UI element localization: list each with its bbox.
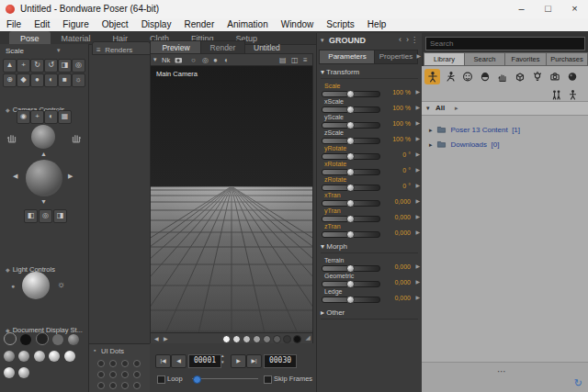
style-dot-black[interactable] xyxy=(293,335,301,343)
library-tab-search[interactable]: Search xyxy=(464,52,505,66)
page-next-icon[interactable]: ▶ xyxy=(164,335,168,342)
display-style-smooth-lined[interactable] xyxy=(64,351,75,362)
tool-move-icon[interactable]: + xyxy=(17,59,30,73)
camera-preset-dolly-icon[interactable]: ◐ xyxy=(44,110,58,124)
tool-taper-icon[interactable]: ◎ xyxy=(72,59,85,73)
dial-knob[interactable] xyxy=(346,199,355,207)
camera-preset-face-icon[interactable]: ◉ xyxy=(17,110,30,124)
head-preview-camera[interactable] xyxy=(31,125,55,149)
dial-value[interactable]: 0,000 xyxy=(394,295,411,301)
dial-menu-arrow-icon[interactable]: ▶ xyxy=(415,294,420,300)
dial-value[interactable]: 100 % xyxy=(392,105,411,111)
dial-slider[interactable] xyxy=(322,200,380,207)
timeline-scrubber-track[interactable] xyxy=(192,378,258,379)
frame-spinner-down-icon[interactable]: ▾ xyxy=(221,359,224,364)
category-poses-icon[interactable] xyxy=(442,69,458,84)
go-first-frame-button[interactable]: |◀ xyxy=(155,354,171,368)
tab-properties[interactable]: Properties xyxy=(374,50,418,64)
tool-rotate-icon[interactable]: ↻ xyxy=(30,59,44,73)
display-style-hidden-line[interactable] xyxy=(52,334,63,345)
current-frame-field[interactable]: 00001 xyxy=(188,354,221,368)
dial-knob[interactable] xyxy=(346,121,355,129)
camera-orbit-left-icon[interactable]: ◀ xyxy=(13,173,17,180)
ui-dot[interactable] xyxy=(121,382,129,389)
library-tab-purchases[interactable]: Purchases xyxy=(546,52,588,66)
panel-menu-dots-icon[interactable]: ⋮ xyxy=(411,36,418,44)
tree-expand-icon[interactable]: ▸ xyxy=(429,127,433,133)
camera-selector[interactable]: Nk xyxy=(162,56,170,64)
dial-slider[interactable] xyxy=(322,281,380,287)
menu-render[interactable]: Render xyxy=(177,18,220,31)
light-create-sun-icon[interactable]: ☼ xyxy=(57,279,65,289)
library-tab-favorites[interactable]: Favorites xyxy=(504,52,547,66)
style-dot-gray[interactable] xyxy=(253,335,261,343)
display-style-texture-shaded[interactable] xyxy=(4,367,15,378)
ui-dot[interactable] xyxy=(97,371,105,378)
dial-slider[interactable] xyxy=(322,122,380,129)
refresh-icon[interactable]: ↻ xyxy=(574,377,582,389)
menu-scripts[interactable]: Scripts xyxy=(320,18,361,31)
library-filter-row[interactable]: ▾ All ▸ xyxy=(422,101,588,116)
dial-menu-arrow-icon[interactable]: ▶ xyxy=(415,263,420,269)
menu-object[interactable]: Object xyxy=(96,18,135,31)
display-style-lit-wire[interactable] xyxy=(68,334,79,345)
display-style-silhouette[interactable] xyxy=(20,334,31,345)
main-camera-viewport[interactable]: Main Camera xyxy=(150,65,313,334)
ui-dot[interactable] xyxy=(133,382,141,389)
light-delete-icon[interactable]: ● xyxy=(11,283,15,289)
display-style-cartoon[interactable] xyxy=(34,351,45,362)
tab-overflow-icon[interactable]: ▶ xyxy=(416,52,421,59)
category-materials-icon[interactable] xyxy=(564,69,580,84)
tool-grasp-icon[interactable]: ◆ xyxy=(17,73,30,87)
scale-dropdown-caret-icon[interactable]: ▾ xyxy=(57,47,61,54)
display-style-outline[interactable] xyxy=(4,332,17,345)
style-dot-dark[interactable] xyxy=(273,335,281,343)
dial-slider[interactable] xyxy=(322,185,380,191)
dial-value[interactable]: 100 % xyxy=(392,120,411,127)
display-style-wireframe[interactable] xyxy=(36,332,49,345)
style-dot-charcoal[interactable] xyxy=(283,335,291,343)
viewport-menu-icon[interactable]: ≡ xyxy=(303,56,308,64)
dial-menu-arrow-icon[interactable]: ▶ xyxy=(415,151,420,157)
dial-value[interactable]: 0 ° xyxy=(402,183,411,189)
loop-checkbox[interactable] xyxy=(157,375,165,384)
style-dot-silver[interactable] xyxy=(243,335,251,343)
play-button[interactable]: ▶ xyxy=(231,354,246,368)
display-style-flat-shaded[interactable] xyxy=(4,351,15,362)
dial-knob[interactable] xyxy=(346,168,355,176)
tool-view-magnify-icon[interactable]: ◐ xyxy=(44,73,58,87)
category-hands-icon[interactable] xyxy=(494,69,510,84)
dial-knob[interactable] xyxy=(346,230,355,239)
section-other[interactable]: ▸ Other xyxy=(321,308,418,319)
ui-dot[interactable] xyxy=(109,360,117,367)
dial-menu-arrow-icon[interactable]: ▶ xyxy=(415,135,420,141)
menu-figure[interactable]: Figure xyxy=(56,18,95,31)
frame-spinner-up-icon[interactable]: ▴ xyxy=(221,353,224,358)
ui-dot[interactable] xyxy=(97,360,105,367)
dial-menu-arrow-icon[interactable]: ▶ xyxy=(415,88,420,95)
pan-mode-icon[interactable]: ◎ xyxy=(202,56,209,64)
dial-slider[interactable] xyxy=(322,91,380,97)
renders-palette-tab[interactable]: ≡ Renders xyxy=(92,41,151,55)
dial-value[interactable]: 0,000 xyxy=(394,230,411,236)
resize-grip-icon[interactable]: ◢ xyxy=(306,334,311,342)
dial-menu-arrow-icon[interactable]: ▶ xyxy=(415,197,420,204)
style-dot-dim[interactable] xyxy=(263,335,271,343)
camera-trackball[interactable] xyxy=(26,160,62,196)
dial-value[interactable]: 0 ° xyxy=(402,151,411,158)
dial-value[interactable]: 100 % xyxy=(392,136,411,142)
display-style-smooth-shaded[interactable] xyxy=(49,351,60,362)
category-figures-icon[interactable] xyxy=(424,69,440,84)
maximize-button[interactable]: □ xyxy=(535,0,561,18)
dial-slider[interactable] xyxy=(322,231,380,238)
menu-animation[interactable]: Animation xyxy=(220,18,274,31)
camera-preset-posing-icon[interactable]: + xyxy=(30,110,44,124)
dial-menu-arrow-icon[interactable]: ▶ xyxy=(415,119,420,126)
panel-caret-icon[interactable]: ▾ xyxy=(321,37,324,44)
ui-dot[interactable] xyxy=(109,382,117,389)
skip-frames-checkbox[interactable] xyxy=(264,375,272,384)
ui-dot[interactable] xyxy=(97,382,105,389)
category-expression-icon[interactable] xyxy=(459,69,475,84)
prev-actor-icon[interactable]: ‹ xyxy=(399,35,401,44)
minimize-button[interactable]: – xyxy=(508,0,535,18)
